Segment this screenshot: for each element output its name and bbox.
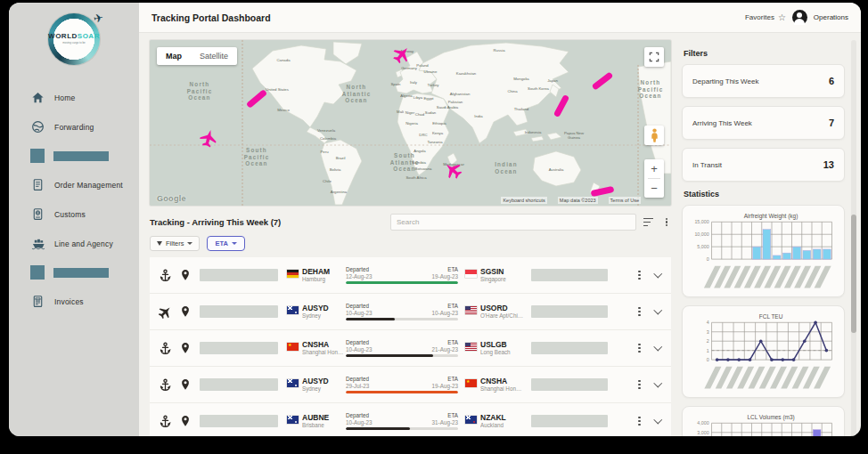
sidebar-item-redacted-2[interactable]	[9, 258, 139, 287]
row-expand-chevron-icon[interactable]	[653, 379, 661, 387]
tracking-row[interactable]: AUSYDSydneyDepartedETA29-Jul-2319-Aug-23…	[150, 367, 671, 403]
y-tick-label: 3,000	[697, 430, 708, 435]
tracking-title: Tracking - Arriving This Week (7)	[150, 217, 281, 227]
sidebar-item-line-and-agency[interactable]: Line and Agency	[9, 229, 139, 258]
location-pin-icon[interactable]	[180, 378, 191, 391]
ocean-label: SouthPacificOcean	[244, 147, 270, 166]
departed-date: 12-Aug-23	[346, 273, 372, 280]
country-label: South Korea	[528, 86, 549, 91]
origin-port: AUSYDSydney	[287, 377, 346, 393]
invoice-icon	[30, 294, 45, 309]
country-label: Namibia	[412, 160, 426, 165]
star-icon[interactable]: ☆	[778, 12, 786, 22]
chart-title: LCL Volumes (m3)	[747, 414, 794, 421]
filter-card-arriving-this-week[interactable]: Arriving This Week7	[682, 106, 845, 140]
world-map[interactable]: NorthPacificOceanNorthAtlanticOceanSouth…	[150, 40, 671, 206]
panel-scrollbar[interactable]	[851, 40, 856, 436]
transit-progress: DepartedETA10-Aug-2331-Aug-23	[346, 412, 458, 431]
map-type-control: Map Satellite	[157, 47, 237, 65]
filters-dropdown[interactable]: Filters	[150, 236, 200, 251]
street-view-pegman[interactable]	[644, 126, 664, 145]
country-label: Mongolia	[513, 77, 529, 81]
sidebar-item-home[interactable]: Home	[9, 83, 139, 112]
row-menu-kebab-icon[interactable]	[635, 417, 644, 426]
progress-fill	[346, 281, 458, 284]
origin-port-city: Brisbane	[302, 422, 329, 429]
tracking-row[interactable]: CNSHAShanghai Hongqia...DepartedETA10-Au…	[150, 330, 671, 367]
tracking-row[interactable]: AUSYDSydneyDepartedETA10-Aug-2310-Aug-23…	[150, 294, 671, 330]
bar	[803, 250, 811, 259]
data-point	[737, 358, 741, 361]
row-expand-chevron-icon[interactable]	[653, 416, 661, 424]
redacted-icon	[30, 265, 45, 280]
user-name[interactable]: Operations	[814, 13, 848, 21]
redacted-shipment-ref	[200, 342, 278, 354]
destination-port: USLGBLong Beach	[465, 341, 524, 356]
destination-flag-icon-us	[465, 343, 477, 351]
row-menu-kebab-icon[interactable]	[635, 380, 644, 389]
y-tick-label: 1	[707, 348, 709, 353]
passport-icon	[30, 207, 45, 222]
satellite-button[interactable]: Satellite	[191, 47, 237, 65]
country-label: Thailand	[514, 107, 529, 111]
row-menu-kebab-icon[interactable]	[635, 344, 644, 353]
user-avatar[interactable]	[792, 10, 807, 25]
location-pin-icon[interactable]	[180, 305, 191, 318]
country-label: Australia	[549, 167, 564, 172]
eta-sort-chip[interactable]: ETA	[207, 236, 244, 251]
filter-card-in-transit[interactable]: In Transit13	[682, 148, 845, 182]
bar	[793, 247, 801, 259]
ocean-label: NorthPacificOcean	[638, 79, 664, 99]
eta-date: 31-Aug-23	[432, 419, 458, 426]
fullscreen-button[interactable]	[644, 47, 664, 67]
map-button[interactable]: Map	[157, 47, 191, 65]
eta-label: ETA	[447, 303, 458, 309]
country-label: Algeria	[400, 93, 413, 98]
list-menu-kebab-icon[interactable]	[662, 218, 671, 227]
destination-port-city: O'Hare Apt/Chicago	[480, 312, 524, 320]
country-label: Russia	[493, 48, 505, 53]
sidebar-item-forwarding[interactable]: Forwarding	[9, 112, 139, 142]
chart-bar: LCL Volumes (m3)01,0002,0003,0004,000	[686, 411, 840, 436]
tracking-row[interactable]: AUBNEBrisbaneDepartedETA10-Aug-2331-Aug-…	[150, 403, 671, 436]
search-input[interactable]	[390, 214, 636, 231]
chart-card: Airfreight Weight (kg)05,00010,00015,000	[682, 205, 845, 297]
country-label: Poland	[416, 63, 429, 68]
sidebar-item-order-management[interactable]: Order Management	[9, 170, 139, 199]
location-pin-icon[interactable]	[180, 269, 191, 281]
country-label: Canada	[276, 58, 291, 62]
favorites-button[interactable]: Favorites ☆	[745, 12, 786, 22]
origin-port-code: AUBNE	[302, 414, 329, 422]
location-pin-icon[interactable]	[180, 415, 191, 427]
map-attribution: Keyboard shortcuts Map data ©2023 Terms …	[501, 197, 641, 204]
origin-port-code: AUSYD	[302, 377, 329, 385]
redacted-consignee	[531, 305, 608, 318]
sidebar-item-redacted-1[interactable]	[9, 142, 139, 170]
redacted-shipment-ref	[200, 415, 278, 427]
filter-card-departing-this-week[interactable]: Departing This Week6	[682, 64, 845, 98]
country-label: India	[474, 114, 483, 118]
keyboard-shortcuts-link[interactable]: Keyboard shortcuts	[501, 197, 546, 204]
zoom-in-button[interactable]: +	[644, 159, 664, 178]
progress-fill	[346, 427, 410, 430]
scrollbar-thumb[interactable]	[851, 215, 856, 334]
origin-port: DEHAMHamburg	[287, 268, 346, 283]
redacted-label	[53, 151, 109, 161]
origin-flag-icon-au	[287, 306, 299, 314]
destination-port-city: Singapore	[480, 276, 506, 283]
row-menu-kebab-icon[interactable]	[635, 271, 644, 280]
row-expand-chevron-icon[interactable]	[653, 306, 661, 314]
row-menu-kebab-icon[interactable]	[635, 307, 644, 316]
row-expand-chevron-icon[interactable]	[653, 343, 661, 351]
tracking-row[interactable]: DEHAMHamburgDepartedETA12-Aug-2319-Aug-2…	[150, 257, 671, 294]
sidebar-item-customs[interactable]: Customs	[9, 199, 139, 229]
zoom-out-button[interactable]: −	[644, 179, 664, 198]
location-pin-icon[interactable]	[180, 342, 191, 354]
row-expand-chevron-icon[interactable]	[653, 270, 661, 278]
sort-icon[interactable]	[643, 218, 654, 227]
progress-fill	[346, 354, 433, 357]
terms-of-use-link[interactable]: Terms of Use	[609, 197, 641, 204]
sidebar-item-invoices[interactable]: Invoices	[9, 287, 139, 316]
filter-card-label: Departing This Week	[692, 77, 758, 85]
country-label: China	[507, 89, 518, 93]
